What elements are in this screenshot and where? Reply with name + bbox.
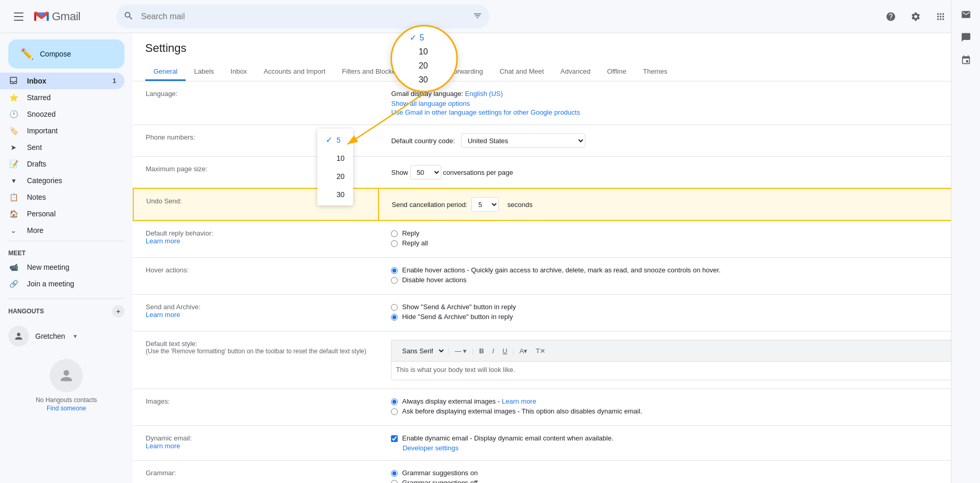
remove-formatting-button[interactable]: T✕ <box>533 346 549 356</box>
show-language-options-link[interactable]: Show all language options <box>391 100 470 107</box>
enable-dynamic-checkbox[interactable] <box>391 435 398 442</box>
font-size-button[interactable]: — ▾ <box>452 346 470 356</box>
enable-hover-radio[interactable] <box>391 267 398 274</box>
sidebar-item-categories[interactable]: ▾ Categories <box>0 172 124 189</box>
cancellation-period-select[interactable]: 5 10 20 30 <box>471 197 499 212</box>
underline-button[interactable]: U <box>499 346 510 356</box>
dynamic-email-learn-more[interactable]: Learn more <box>146 442 180 450</box>
apps-button[interactable] <box>930 6 951 27</box>
enable-dynamic-option: Enable dynamic email - Display dynamic e… <box>391 434 967 442</box>
grammar-on-radio[interactable] <box>391 470 398 477</box>
reply-radio[interactable] <box>391 230 398 237</box>
language-value-link[interactable]: English (US) <box>465 90 503 98</box>
hangouts-contact-avatar <box>8 326 29 347</box>
default-reply-row: Default reply behavior: Learn more Reply… <box>133 220 979 258</box>
sidebar-item-snoozed[interactable]: 🕐 Snoozed <box>0 106 124 122</box>
tab-offline[interactable]: Offline <box>599 63 635 81</box>
compose-button[interactable]: ✏️ Compose <box>8 39 124 68</box>
gmail-text-label: Gmail <box>52 10 80 23</box>
settings-button[interactable] <box>905 6 926 27</box>
cancellation-option-30[interactable]: ✓ 30 <box>317 185 353 203</box>
sidebar-item-new-meeting[interactable]: 📹 New meeting <box>0 259 124 275</box>
spaces-tab[interactable] <box>956 50 976 71</box>
notes-icon: 📋 <box>8 193 19 201</box>
new-meeting-icon: 📹 <box>8 263 19 271</box>
disable-hover-radio[interactable] <box>391 277 398 284</box>
images-learn-more[interactable]: Learn more <box>502 397 536 405</box>
reply-label: Reply <box>402 229 419 237</box>
default-reply-value: Reply Reply all <box>379 220 979 258</box>
help-button[interactable] <box>880 6 901 27</box>
hide-send-archive-option: Hide "Send & Archive" button in reply <box>391 313 967 321</box>
grammar-off-option: Grammar suggestions off <box>391 479 967 483</box>
sidebar-item-drafts[interactable]: 📝 Drafts <box>0 156 124 172</box>
grammar-on-label: Grammar suggestions on <box>402 469 478 477</box>
tab-inbox[interactable]: Inbox <box>222 63 256 81</box>
sidebar-item-more[interactable]: ⌄ More <box>0 222 124 239</box>
search-input[interactable] <box>116 5 489 29</box>
search-tune-icon[interactable] <box>473 11 482 22</box>
default-text-value: Sans Serif | — ▾ | B I U | A▾ T✕ <box>379 332 979 389</box>
settings-header: Settings General Labels Inbox Accounts a… <box>133 33 980 81</box>
grammar-row: Grammar: Grammar suggestions on Grammar … <box>133 461 979 484</box>
cancellation-option-10[interactable]: ✓ 10 <box>317 149 353 167</box>
cancellation-option-5-label: 5 <box>337 136 341 144</box>
sidebar-item-important[interactable]: 🏷️ Important <box>0 122 124 139</box>
hamburger-menu-button[interactable] <box>8 6 29 27</box>
reply-all-option: Reply all <box>391 239 967 247</box>
tab-labels[interactable]: Labels <box>186 63 222 81</box>
callout-circle: ✓ 5 ✓ 10 ✓ 20 ✓ 30 <box>390 25 458 92</box>
default-reply-learn-more[interactable]: Learn more <box>146 237 180 245</box>
page-size-row: Maximum page size: Show 50 25 100 conver… <box>133 157 979 189</box>
default-text-sublabel: (Use the 'Remove formatting' button on t… <box>146 348 366 355</box>
country-code-select[interactable]: United States <box>461 133 585 148</box>
reply-all-radio[interactable] <box>391 240 398 247</box>
italic-button[interactable]: I <box>489 346 497 356</box>
other-language-settings-link[interactable]: Use Gmail in other language settings for… <box>391 108 580 116</box>
settings-content: Language: Gmail display language: Englis… <box>133 81 980 483</box>
send-archive-learn-more[interactable]: Learn more <box>146 311 180 319</box>
settings-table: Language: Gmail display language: Englis… <box>133 81 980 483</box>
no-hangouts-contacts: No Hangouts contacts Find someone <box>8 351 124 420</box>
sidebar-item-personal-label: Personal <box>27 210 116 218</box>
send-archive-value: Show "Send & Archive" button in reply Hi… <box>379 295 979 332</box>
personal-icon: 🏠 <box>8 210 19 218</box>
hide-send-archive-radio[interactable] <box>391 314 398 321</box>
page-size-select[interactable]: 50 25 100 <box>410 165 441 180</box>
sidebar-item-personal[interactable]: 🏠 Personal <box>0 205 124 222</box>
meet-section: Meet 📹 New meeting 🔗 Join a meeting <box>0 243 133 296</box>
tab-chat[interactable]: Chat and Meet <box>492 63 552 81</box>
default-text-row: Default text style: (Use the 'Remove for… <box>133 332 979 389</box>
add-hangouts-contact-button[interactable]: + <box>112 305 124 318</box>
hover-actions-value: Enable hover actions - Quickly gain acce… <box>379 258 979 295</box>
hangouts-contact-gretchen[interactable]: Gretchen ▾ <box>8 322 124 351</box>
cancellation-option-20[interactable]: ✓ 20 <box>317 167 353 185</box>
sidebar-item-sent[interactable]: ➤ Sent <box>0 139 124 156</box>
sidebar-item-inbox[interactable]: Inbox 1 <box>0 73 124 89</box>
ask-before-radio[interactable] <box>391 408 398 415</box>
sidebar-item-join-meeting[interactable]: 🔗 Join a meeting <box>0 275 124 292</box>
sidebar-item-notes[interactable]: 📋 Notes <box>0 189 124 205</box>
chat-tab[interactable] <box>956 33 976 48</box>
font-family-select[interactable]: Sans Serif <box>396 343 445 358</box>
show-send-archive-radio[interactable] <box>391 304 398 311</box>
grammar-off-radio[interactable] <box>391 480 398 483</box>
hover-actions-row: Hover actions: Enable hover actions - Qu… <box>133 258 979 295</box>
tab-themes[interactable]: Themes <box>635 63 676 81</box>
tab-accounts[interactable]: Accounts and Import <box>255 63 333 81</box>
bold-button[interactable]: B <box>476 346 487 356</box>
undo-send-row: Undo Send: Send cancellation period: 5 1… <box>133 188 979 220</box>
find-someone-link[interactable]: Find someone <box>47 405 86 412</box>
cancellation-option-5[interactable]: ✓ 5 <box>317 131 353 149</box>
developer-settings-link[interactable]: Developer settings <box>402 444 967 452</box>
hangouts-contact-arrow: ▾ <box>74 333 77 340</box>
tab-general[interactable]: General <box>145 63 186 81</box>
sidebar-item-starred[interactable]: ⭐ Starred <box>0 89 124 106</box>
always-display-radio[interactable] <box>391 398 398 405</box>
language-value: Gmail display language: English (US) Sho… <box>379 81 979 125</box>
text-color-button[interactable]: A▾ <box>516 346 531 356</box>
sidebar-item-notes-label: Notes <box>27 193 116 201</box>
default-text-label-cell: Default text style: (Use the 'Remove for… <box>133 332 379 389</box>
tab-advanced[interactable]: Advanced <box>552 63 599 81</box>
compose-label: Compose <box>40 50 71 58</box>
